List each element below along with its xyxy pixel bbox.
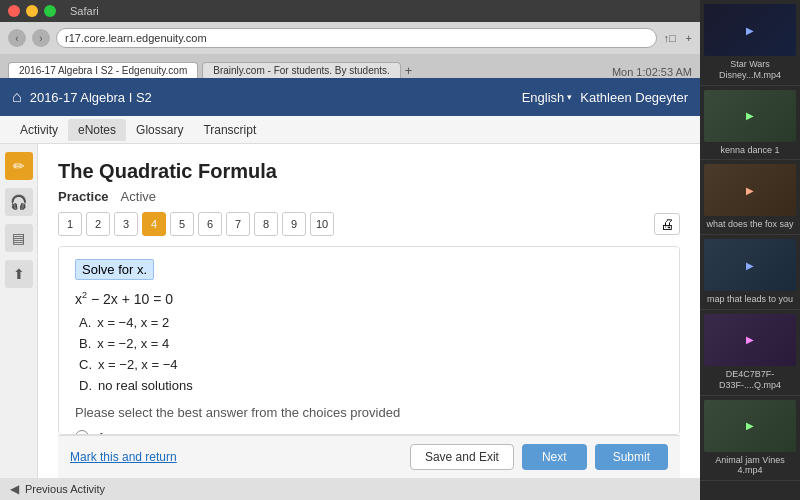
question-box: Solve for x. x2 − 2x + 10 = 0 A.x = −4, … xyxy=(58,246,680,435)
page-1-button[interactable]: 1 xyxy=(58,212,82,236)
choice-c: C.x = −2, x = −4 xyxy=(75,357,663,372)
app-title: 2016-17 Algebra I S2 xyxy=(30,90,152,105)
close-button[interactable] xyxy=(8,5,20,17)
choice-a: A.x = −4, x = 2 xyxy=(75,315,663,330)
browser-tabs: 2016-17 Algebra I S2 - Edgenuity.com Bra… xyxy=(0,54,700,78)
mark-return-link[interactable]: Mark this and return xyxy=(70,450,177,464)
maximize-button[interactable] xyxy=(44,5,56,17)
page-7-button[interactable]: 7 xyxy=(226,212,250,236)
pencil-icon[interactable]: ✏ xyxy=(5,152,33,180)
tab-glossary[interactable]: Glossary xyxy=(126,119,193,141)
sub-nav: Activity eNotes Glossary Transcript xyxy=(0,116,700,144)
forward-button[interactable]: › xyxy=(32,29,50,47)
equation: x2 − 2x + 10 = 0 xyxy=(75,290,663,307)
sidebar-label-5: DE4C7B7F-D33F-....Q.mp4 xyxy=(704,369,796,391)
up-icon[interactable]: ⬆ xyxy=(5,260,33,288)
headphones-icon[interactable]: 🎧 xyxy=(5,188,33,216)
thumbnail-5: ▶ xyxy=(704,314,796,366)
add-tab-icon[interactable]: + xyxy=(686,32,692,44)
bottom-bar: Mark this and return Save and Exit Next … xyxy=(58,435,680,478)
thumbnail-4: ▶ xyxy=(704,239,796,291)
bottom-buttons: Save and Exit Next Submit xyxy=(410,444,668,470)
thumbnail-1: ▶ xyxy=(704,4,796,56)
sidebar-label-3: what does the fox say xyxy=(704,219,796,230)
chevron-down-icon: ▾ xyxy=(567,92,572,102)
print-button[interactable]: 🖨 xyxy=(654,213,680,235)
page-6-button[interactable]: 6 xyxy=(198,212,222,236)
app-content: ⌂ 2016-17 Algebra I S2 English ▾ Kathlee… xyxy=(0,78,700,500)
sidebar-item-6[interactable]: ▶ Animal jam Vines 4.mp4 xyxy=(700,396,800,482)
tab-enotes[interactable]: eNotes xyxy=(68,119,126,141)
tab-edgenuity[interactable]: 2016-17 Algebra I S2 - Edgenuity.com xyxy=(8,62,198,78)
content-area: The Quadratic Formula Practice Active 1 … xyxy=(38,144,700,478)
page-body: ✏ 🎧 ▤ ⬆ The Quadratic Formula Practice A… xyxy=(0,144,700,478)
thumbnail-6: ▶ xyxy=(704,400,796,452)
tab-transcript[interactable]: Transcript xyxy=(193,119,266,141)
browser-chrome: ‹ › r17.core.learn.edgenuity.com ↑□ + 20… xyxy=(0,22,700,78)
sidebar-item-2[interactable]: ▶ kenna dance 1 xyxy=(700,86,800,161)
titlebar: Safari xyxy=(0,0,700,22)
thumbnail-2: ▶ xyxy=(704,90,796,142)
page-4-button[interactable]: 4 xyxy=(142,212,166,236)
page-title: The Quadratic Formula xyxy=(58,160,680,183)
page-2-button[interactable]: 2 xyxy=(86,212,110,236)
new-tab-button[interactable]: + xyxy=(405,63,413,78)
activity-bar: ◀ Previous Activity xyxy=(0,478,700,500)
page-5-button[interactable]: 5 xyxy=(170,212,194,236)
next-button[interactable]: Next xyxy=(522,444,587,470)
clock: Mon 1:02:53 AM xyxy=(612,66,692,78)
app-header: ⌂ 2016-17 Algebra I S2 English ▾ Kathlee… xyxy=(0,78,700,116)
choice-b: B.x = −2, x = 4 xyxy=(75,336,663,351)
content-subtitle: Practice Active xyxy=(58,189,680,204)
sidebar-item-1[interactable]: ▶ Star Wars Disney...M.mp4 xyxy=(700,0,800,86)
subtitle-active: Active xyxy=(121,189,156,204)
left-sidebar: ✏ 🎧 ▤ ⬆ xyxy=(0,144,38,478)
sidebar-label-1: Star Wars Disney...M.mp4 xyxy=(704,59,796,81)
calculator-icon[interactable]: ▤ xyxy=(5,224,33,252)
share-icon[interactable]: ↑□ xyxy=(663,32,675,44)
page-8-button[interactable]: 8 xyxy=(254,212,278,236)
page-9-button[interactable]: 9 xyxy=(282,212,306,236)
page-3-button[interactable]: 3 xyxy=(114,212,138,236)
address-bar[interactable]: r17.core.learn.edgenuity.com xyxy=(56,28,657,48)
browser-nav: ‹ › r17.core.learn.edgenuity.com ↑□ + xyxy=(0,22,700,54)
back-button[interactable]: ‹ xyxy=(8,29,26,47)
solve-for-label: Solve for x. xyxy=(75,259,154,280)
sidebar-item-3[interactable]: ▶ what does the fox say xyxy=(700,160,800,235)
language-selector[interactable]: English ▾ xyxy=(522,90,573,105)
right-sidebar: ▶ Star Wars Disney...M.mp4 ▶ kenna dance… xyxy=(700,0,800,500)
choice-d: D.no real solutions xyxy=(75,378,663,393)
app-name: Safari xyxy=(70,5,99,17)
page-10-button[interactable]: 10 xyxy=(310,212,334,236)
sidebar-item-4[interactable]: ▶ map that leads to you xyxy=(700,235,800,310)
minimize-button[interactable] xyxy=(26,5,38,17)
sidebar-label-6: Animal jam Vines 4.mp4 xyxy=(704,455,796,477)
sidebar-label-2: kenna dance 1 xyxy=(704,145,796,156)
sidebar-item-5[interactable]: ▶ DE4C7B7F-D33F-....Q.mp4 xyxy=(700,310,800,396)
thumbnail-3: ▶ xyxy=(704,164,796,216)
subtitle-practice[interactable]: Practice xyxy=(58,189,109,204)
prev-arrow-icon[interactable]: ◀ xyxy=(10,482,19,496)
submit-button[interactable]: Submit xyxy=(595,444,668,470)
language-label: English xyxy=(522,90,565,105)
user-name: Kathleen Degeyter xyxy=(580,90,688,105)
home-icon[interactable]: ⌂ xyxy=(12,88,22,106)
tab-brainly[interactable]: Brainly.com - For students. By students. xyxy=(202,62,401,78)
save-exit-button[interactable]: Save and Exit xyxy=(410,444,514,470)
instruction: Please select the best answer from the c… xyxy=(75,405,663,420)
activity-label: Previous Activity xyxy=(25,483,105,495)
tab-activity[interactable]: Activity xyxy=(10,119,68,141)
sidebar-label-4: map that leads to you xyxy=(704,294,796,305)
pagination: 1 2 3 4 5 6 7 8 9 10 🖨 xyxy=(58,212,680,236)
